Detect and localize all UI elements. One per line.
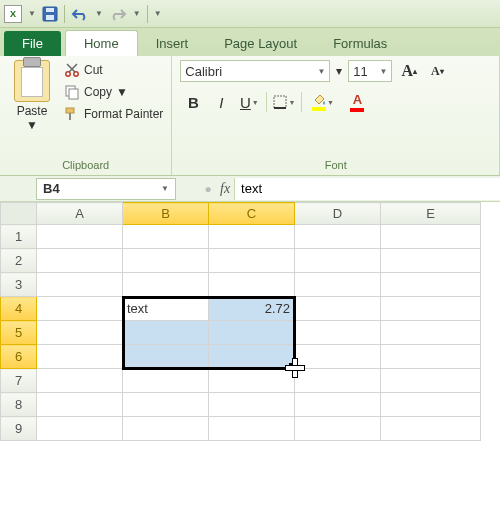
cell-A6[interactable] [37,345,123,369]
cell-C5[interactable] [209,321,295,345]
cell-D7[interactable] [295,369,381,393]
paste-dropdown[interactable]: ▼ [26,118,38,132]
copy-dropdown[interactable]: ▼ [116,85,128,99]
cell-D9[interactable] [295,417,381,441]
col-header-E[interactable]: E [381,203,481,225]
cell-D8[interactable] [295,393,381,417]
italic-button[interactable]: I [208,90,234,114]
cell-B2[interactable] [123,249,209,273]
cell-E5[interactable] [381,321,481,345]
cell-E6[interactable] [381,345,481,369]
cell-C2[interactable] [209,249,295,273]
cell-C7[interactable] [209,369,295,393]
cell-C9[interactable] [209,417,295,441]
cell-A1[interactable] [37,225,123,249]
paste-button[interactable]: Paste ▼ [8,60,56,132]
col-header-C[interactable]: C [209,203,295,225]
bucket-icon [312,94,326,106]
cell-D2[interactable] [295,249,381,273]
cell-B8[interactable] [123,393,209,417]
bold-button[interactable]: B [180,90,206,114]
svg-rect-7 [66,108,74,113]
font-name-combo[interactable]: Calibri ▼ [180,60,330,82]
cell-A8[interactable] [37,393,123,417]
copy-button[interactable]: Copy ▼ [64,84,163,100]
cell-B6[interactable] [123,345,209,369]
col-header-D[interactable]: D [295,203,381,225]
cell-E9[interactable] [381,417,481,441]
cell-B5[interactable] [123,321,209,345]
cell-E4[interactable] [381,297,481,321]
separator [266,92,267,112]
row-header-8[interactable]: 8 [1,393,37,417]
spreadsheet-grid[interactable]: A B C D E 1 2 3 4text2.72 5 6 7 8 9 [0,202,500,441]
row-header-7[interactable]: 7 [1,369,37,393]
row-header-4[interactable]: 4 [1,297,37,321]
format-painter-button[interactable]: Format Painter [64,106,163,122]
cell-C4[interactable]: 2.72 [209,297,295,321]
cut-button[interactable]: Cut [64,62,163,78]
cell-B3[interactable] [123,273,209,297]
cell-A2[interactable] [37,249,123,273]
increase-font-button[interactable]: A▴ [398,60,420,82]
cancel-icon[interactable]: ● [200,182,216,196]
cell-D4[interactable] [295,297,381,321]
qat-more-dropdown[interactable]: ▼ [154,9,162,18]
tab-formulas[interactable]: Formulas [315,31,405,56]
tab-page-layout[interactable]: Page Layout [206,31,315,56]
cell-D6[interactable] [295,345,381,369]
select-all-corner[interactable] [1,203,37,225]
row-header-1[interactable]: 1 [1,225,37,249]
cell-A4[interactable] [37,297,123,321]
cell-D5[interactable] [295,321,381,345]
row-header-6[interactable]: 6 [1,345,37,369]
formula-input[interactable] [234,178,500,200]
cell-A7[interactable] [37,369,123,393]
cell-B9[interactable] [123,417,209,441]
row-header-9[interactable]: 9 [1,417,37,441]
cell-E8[interactable] [381,393,481,417]
underline-button[interactable]: U▼ [236,90,262,114]
tab-home[interactable]: Home [65,30,138,56]
fx-icon[interactable]: fx [220,181,230,197]
font-color-button[interactable]: A [344,90,370,114]
copy-icon [64,84,80,100]
cell-D3[interactable] [295,273,381,297]
undo-dropdown[interactable]: ▼ [95,9,103,18]
excel-app-icon[interactable]: X [4,5,22,23]
cell-E2[interactable] [381,249,481,273]
cell-C6[interactable] [209,345,295,369]
cell-B4[interactable]: text [123,297,209,321]
cell-A5[interactable] [37,321,123,345]
cell-C1[interactable] [209,225,295,249]
col-header-A[interactable]: A [37,203,123,225]
row-header-3[interactable]: 3 [1,273,37,297]
font-combo-sep: ▾ [336,64,342,78]
undo-icon[interactable] [71,7,89,21]
fill-color-button[interactable]: ▼ [306,90,332,114]
cell-E7[interactable] [381,369,481,393]
cell-A9[interactable] [37,417,123,441]
cell-B7[interactable] [123,369,209,393]
cell-E1[interactable] [381,225,481,249]
font-size-combo[interactable]: 11 ▼ [348,60,392,82]
col-header-B[interactable]: B [123,203,209,225]
qat-customize-dropdown[interactable]: ▼ [28,9,36,18]
save-icon[interactable] [42,6,58,22]
cell-A3[interactable] [37,273,123,297]
redo-icon[interactable] [109,7,127,21]
cell-E3[interactable] [381,273,481,297]
row-header-2[interactable]: 2 [1,249,37,273]
cell-D1[interactable] [295,225,381,249]
row-header-5[interactable]: 5 [1,321,37,345]
font-name-value: Calibri [185,64,222,79]
cell-C8[interactable] [209,393,295,417]
redo-dropdown[interactable]: ▼ [133,9,141,18]
name-box[interactable]: B4 ▼ [36,178,176,200]
tab-file[interactable]: File [4,31,61,56]
cell-B1[interactable] [123,225,209,249]
border-button[interactable]: ▼ [271,90,297,114]
cell-C3[interactable] [209,273,295,297]
tab-insert[interactable]: Insert [138,31,207,56]
decrease-font-button[interactable]: A▾ [426,60,448,82]
